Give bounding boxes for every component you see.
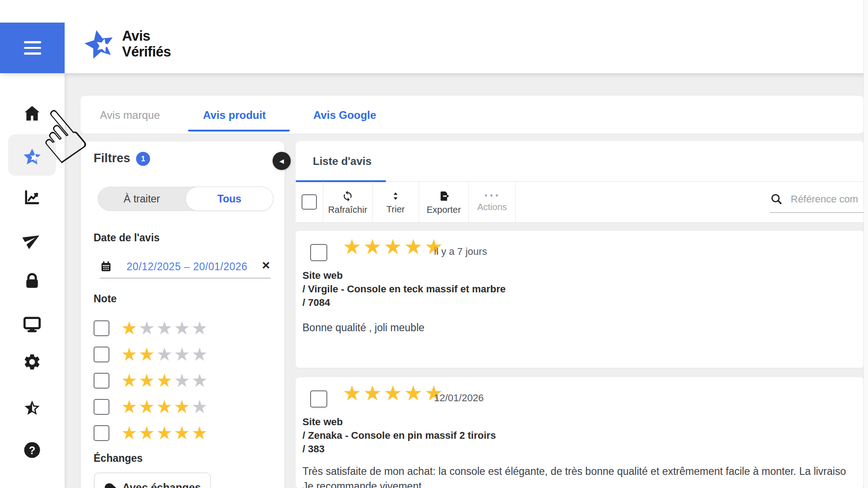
- order-reference-search: [770, 186, 864, 213]
- note-filter-row-2[interactable]: ★★★★★: [94, 345, 209, 363]
- review-card: ★★★★★ 12/01/2026 Site web / Zenaka - Con…: [296, 377, 864, 488]
- filters-title: Filtres: [94, 151, 130, 165]
- toggle-a-traiter[interactable]: À traiter: [98, 187, 186, 211]
- settings-gear-icon: [23, 352, 42, 371]
- reviews-tab-bar: Avis marque Avis produit Avis Google: [80, 96, 864, 134]
- tab-avis-google[interactable]: Avis Google: [313, 109, 376, 122]
- refresh-icon: [342, 190, 354, 202]
- select-all-cell: [296, 182, 323, 222]
- tab-avis-produit[interactable]: Avis produit: [203, 109, 266, 122]
- review-1-text: Bonne qualité , joli meuble: [302, 320, 861, 335]
- review-1-stars: ★★★★★: [343, 236, 445, 257]
- filters-panel: Filtres 1 À traiter Tous Date de l'avis …: [80, 141, 285, 488]
- note-section-label: Note: [94, 293, 117, 305]
- review-2-meta: Site web / Zenaka - Console en pin massi…: [302, 415, 496, 456]
- sidebar-nav: ?: [0, 73, 65, 488]
- brand-logo: Avis Vérifiés: [83, 28, 171, 61]
- actions-label: Actions: [477, 202, 507, 211]
- review-source: Site web: [302, 269, 506, 282]
- chat-exchange-icon: [104, 482, 116, 488]
- sidebar-item-ratings[interactable]: [21, 397, 43, 419]
- hamburger-menu-button[interactable]: [0, 23, 65, 73]
- review-order: / 7084: [302, 296, 506, 310]
- note-4-checkbox[interactable]: [94, 399, 109, 415]
- review-list-header: Liste d'avis Rafraîchir Trier Exporter: [296, 141, 864, 222]
- review-1-meta: Site web / Virgile - Console en teck mas…: [302, 269, 506, 310]
- select-all-checkbox[interactable]: [302, 194, 317, 210]
- security-lock-icon: [23, 272, 42, 291]
- date-range-value: 20/12/2025 – 20/01/2026: [112, 261, 262, 273]
- note-3-stars: ★★★★★: [121, 371, 209, 389]
- with-exchanges-button[interactable]: Avec échanges: [94, 473, 211, 488]
- note-2-stars: ★★★★★: [121, 345, 209, 363]
- with-exchanges-label: Avec échanges: [123, 481, 201, 488]
- ellipsis-icon: •••: [484, 193, 500, 199]
- note-3-checkbox[interactable]: [94, 373, 109, 389]
- share-icon: [22, 230, 42, 249]
- review-1-date: il y a 7 jours: [434, 246, 487, 258]
- list-toolbar: Rafraîchir Trier Exporter ••• Actions: [296, 182, 864, 223]
- ratings-half-star-icon: [23, 399, 41, 417]
- refresh-label: Rafraîchir: [328, 205, 368, 214]
- note-filter-row-3[interactable]: ★★★★★: [94, 371, 209, 389]
- vertical-scrollbar[interactable]: [863, 0, 868, 488]
- sidebar-item-display[interactable]: [21, 313, 43, 335]
- note-filter-row-4[interactable]: ★★★★★: [94, 398, 209, 416]
- brand-star-icon: [83, 28, 116, 61]
- review-2-text: Très satisfaite de mon achat: la console…: [302, 464, 861, 488]
- export-label: Exporter: [427, 205, 461, 214]
- chevron-left-icon: ◀: [279, 158, 284, 164]
- search-input[interactable]: [790, 193, 864, 206]
- refresh-button[interactable]: Rafraîchir: [323, 182, 373, 222]
- active-tab-underline: [188, 130, 290, 131]
- status-toggle: À traiter Tous: [98, 187, 274, 211]
- export-icon: [438, 190, 450, 202]
- sidebar-item-help[interactable]: ?: [21, 439, 43, 461]
- note-4-stars: ★★★★★: [121, 398, 209, 416]
- date-range-field[interactable]: 20/12/2025 – 20/01/2026 ×: [100, 255, 271, 278]
- list-tab-zone: Liste d'avis: [296, 141, 864, 182]
- reviews-star-icon: [22, 147, 42, 167]
- calendar-icon: [100, 261, 112, 273]
- sidebar-item-share[interactable]: [21, 229, 43, 250]
- sidebar-item-settings[interactable]: [21, 351, 43, 373]
- note-2-checkbox[interactable]: [94, 347, 109, 362]
- sort-button[interactable]: Trier: [373, 182, 419, 222]
- date-clear-button[interactable]: ×: [262, 258, 271, 275]
- home-icon: [23, 104, 42, 123]
- brand-name: Avis Vérifiés: [122, 28, 171, 60]
- note-5-stars: ★★★★★: [121, 424, 209, 442]
- note-filter-row-5[interactable]: ★★★★★: [94, 424, 209, 442]
- actions-button[interactable]: ••• Actions: [469, 182, 516, 222]
- tab-liste-davis[interactable]: Liste d'avis: [313, 155, 372, 168]
- sort-label: Trier: [387, 205, 405, 214]
- help-icon: ?: [23, 441, 42, 460]
- date-section-label: Date de l'avis: [94, 232, 160, 244]
- search-icon: [770, 192, 783, 206]
- review-2-stars: ★★★★★: [343, 383, 445, 404]
- note-filter-row-1[interactable]: ★★★★★: [94, 319, 209, 337]
- svg-text:?: ?: [29, 445, 35, 456]
- sidebar-item-statistics[interactable]: [21, 187, 43, 208]
- note-5-checkbox[interactable]: [94, 425, 109, 441]
- review-order: / 383: [302, 442, 496, 456]
- exchanges-section-label: Échanges: [94, 452, 143, 465]
- review-product: / Zenaka - Console en pin massif 2 tiroi…: [302, 429, 496, 442]
- tab-avis-marque[interactable]: Avis marque: [100, 109, 160, 122]
- review-product: / Virgile - Console en teck massif et ma…: [302, 282, 506, 296]
- export-button[interactable]: Exporter: [419, 182, 469, 222]
- statistics-icon: [23, 188, 42, 207]
- sidebar-item-reviews[interactable]: [21, 146, 43, 168]
- review-1-checkbox[interactable]: [310, 244, 327, 261]
- collapse-filters-button[interactable]: ◀: [273, 152, 291, 170]
- sidebar-item-security[interactable]: [21, 270, 43, 292]
- toggle-tous[interactable]: Tous: [185, 187, 274, 211]
- note-1-checkbox[interactable]: [94, 320, 109, 336]
- sort-icon: [390, 191, 401, 202]
- sidebar-item-home[interactable]: [21, 103, 43, 124]
- note-1-stars: ★★★★★: [121, 319, 209, 337]
- review-source: Site web: [302, 415, 496, 429]
- filters-count-badge: 1: [136, 152, 150, 166]
- review-2-date: 12/01/2026: [434, 392, 484, 404]
- review-2-checkbox[interactable]: [310, 390, 327, 408]
